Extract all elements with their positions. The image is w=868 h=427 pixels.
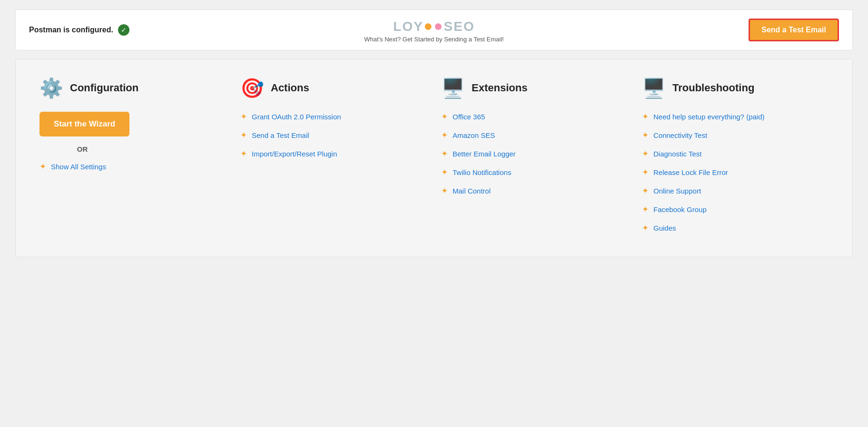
gear-icon-action-1: ✦: [240, 130, 247, 140]
actions-content: ✦Grant OAuth 2.0 Permission✦Send a Test …: [240, 112, 427, 159]
extension-link-3[interactable]: ✦Twilio Notifications: [441, 167, 628, 177]
gear-icon-ts-1: ✦: [642, 130, 649, 140]
troubleshooting-link-label-4: Online Support: [653, 187, 701, 195]
troubleshooting-link-1[interactable]: ✦Connectivity Test: [642, 130, 829, 140]
start-wizard-button[interactable]: Start the Wizard: [39, 112, 129, 136]
actions-title: 🎯 Actions: [240, 78, 427, 97]
extensions-title-text: Extensions: [472, 82, 527, 94]
extension-link-label-0: Office 365: [453, 113, 485, 121]
gear-icon-action-0: ✦: [240, 112, 247, 122]
action-link-label-1: Send a Test Email: [252, 131, 309, 139]
extensions-icon: 🖥️: [441, 78, 465, 97]
gear-icon-ext-4: ✦: [441, 186, 448, 196]
logo-dot-pink: ●: [434, 17, 444, 34]
action-link-2[interactable]: ✦Import/Export/Reset Plugin: [240, 149, 427, 159]
actions-title-text: Actions: [271, 82, 309, 94]
troubleshooting-link-4[interactable]: ✦Online Support: [642, 186, 829, 196]
extension-link-0[interactable]: ✦Office 365: [441, 112, 628, 122]
extension-link-label-2: Better Email Logger: [453, 150, 516, 158]
action-link-label-2: Import/Export/Reset Plugin: [252, 150, 337, 158]
gear-icon-ext-3: ✦: [441, 167, 448, 177]
action-link-label-0: Grant OAuth 2.0 Permission: [252, 113, 341, 121]
actions-icon: 🎯: [240, 78, 264, 97]
check-icon: ✓: [118, 24, 129, 36]
gear-icon-ext-2: ✦: [441, 149, 448, 159]
troubleshooting-link-2[interactable]: ✦Diagnostic Test: [642, 149, 829, 159]
extension-link-label-1: Amazon SES: [453, 131, 495, 139]
troubleshooting-title: 🖥️ Troubleshooting: [642, 78, 829, 97]
gear-icon-ts-5: ✦: [642, 204, 649, 214]
logo-area: LOY●●SEO What's Next? Get Started by Sen…: [364, 17, 503, 43]
troubleshooting-link-0[interactable]: ✦Need help setup everything? (paid): [642, 112, 829, 122]
extension-link-2[interactable]: ✦Better Email Logger: [441, 149, 628, 159]
troubleshooting-link-label-5: Facebook Group: [653, 205, 707, 214]
troubleshooting-content: ✦Need help setup everything? (paid)✦Conn…: [642, 112, 829, 233]
action-link-0[interactable]: ✦Grant OAuth 2.0 Permission: [240, 112, 427, 122]
gear-icon-action-2: ✦: [240, 149, 247, 159]
configuration-section: ⚙️ Configuration Start the Wizard OR ✦ S…: [39, 78, 226, 233]
troubleshooting-link-label-3: Release Lock File Error: [653, 168, 728, 176]
gear-icon-ext-1: ✦: [441, 130, 448, 140]
troubleshooting-link-label-0: Need help setup everything? (paid): [653, 113, 764, 121]
gear-icon-show-all: ✦: [39, 162, 46, 172]
configuration-title-text: Configuration: [70, 82, 138, 94]
extension-link-1[interactable]: ✦Amazon SES: [441, 130, 628, 140]
or-label: OR: [39, 145, 125, 153]
troubleshooting-link-label-6: Guides: [653, 224, 676, 232]
troubleshooting-icon: 🖥️: [642, 78, 666, 97]
configured-status: Postman is configured. ✓: [29, 24, 129, 36]
troubleshooting-link-5[interactable]: ✦Facebook Group: [642, 204, 829, 214]
gear-icon-ts-0: ✦: [642, 112, 649, 122]
extensions-content: ✦Office 365✦Amazon SES✦Better Email Logg…: [441, 112, 628, 196]
troubleshooting-link-label-2: Diagnostic Test: [653, 150, 701, 158]
troubleshooting-link-3[interactable]: ✦Release Lock File Error: [642, 167, 829, 177]
extension-link-label-3: Twilio Notifications: [453, 168, 511, 176]
send-test-email-button[interactable]: Send a Test Email: [749, 19, 839, 41]
gear-icon-ext-0: ✦: [441, 112, 448, 122]
main-panel: ⚙️ Configuration Start the Wizard OR ✦ S…: [15, 59, 853, 257]
show-all-settings-link[interactable]: ✦ Show All Settings: [39, 162, 226, 172]
logo: LOY●●SEO: [393, 17, 474, 35]
troubleshooting-section: 🖥️ Troubleshooting ✦Need help setup ever…: [642, 78, 829, 233]
logo-seo: SEO: [444, 19, 475, 34]
gear-icon-ts-2: ✦: [642, 149, 649, 159]
gear-icon-ts-3: ✦: [642, 167, 649, 177]
actions-section: 🎯 Actions ✦Grant OAuth 2.0 Permission✦Se…: [240, 78, 427, 233]
configuration-title: ⚙️ Configuration: [39, 78, 226, 97]
extension-link-label-4: Mail Control: [453, 187, 491, 195]
gear-icon-ts-4: ✦: [642, 186, 649, 196]
tagline: What's Next? Get Started by Sending a Te…: [364, 36, 503, 43]
extension-link-4[interactable]: ✦Mail Control: [441, 186, 628, 196]
action-link-1[interactable]: ✦Send a Test Email: [240, 130, 427, 140]
top-bar: Postman is configured. ✓ LOY●●SEO What's…: [15, 10, 853, 50]
troubleshooting-link-label-1: Connectivity Test: [653, 131, 707, 139]
gear-icon-ts-6: ✦: [642, 223, 649, 233]
extensions-section: 🖥️ Extensions ✦Office 365✦Amazon SES✦Bet…: [441, 78, 628, 233]
extensions-title: 🖥️ Extensions: [441, 78, 628, 97]
configuration-content: Start the Wizard OR ✦ Show All Settings: [39, 112, 226, 172]
troubleshooting-title-text: Troubleshooting: [672, 82, 754, 94]
logo-loy: LOY: [393, 19, 424, 34]
sections-grid: ⚙️ Configuration Start the Wizard OR ✦ S…: [39, 78, 829, 233]
configuration-icon: ⚙️: [39, 78, 63, 97]
show-all-settings-label: Show All Settings: [51, 163, 106, 171]
troubleshooting-link-6[interactable]: ✦Guides: [642, 223, 829, 233]
configured-text: Postman is configured.: [29, 26, 113, 34]
logo-dot-orange: ●: [424, 17, 434, 34]
